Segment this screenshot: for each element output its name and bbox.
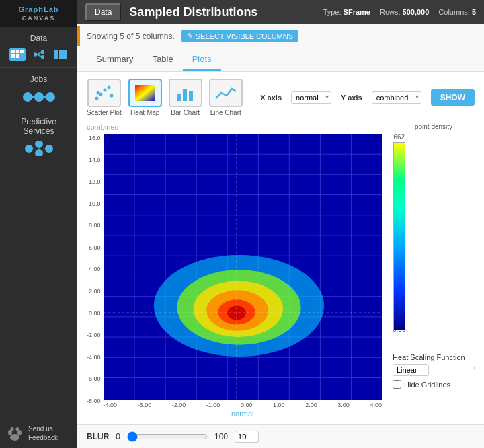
heat-scaling-select-wrap: Linear xyxy=(393,364,475,376)
blur-slider[interactable] xyxy=(127,431,208,442)
svg-rect-2 xyxy=(20,50,24,53)
jobs-label: Jobs xyxy=(0,75,77,84)
scatter-plot-btn[interactable]: Scatter Plot xyxy=(87,79,122,116)
svg-rect-0 xyxy=(11,50,15,53)
heatmap-label: Heat Map xyxy=(130,109,159,116)
svg-rect-37 xyxy=(177,94,181,101)
svg-point-35 xyxy=(110,94,113,98)
y-tick: -2.00 xyxy=(87,332,101,338)
plot-area: Scatter Plot xyxy=(77,72,484,424)
data-button[interactable]: Data xyxy=(85,3,121,21)
select-columns-button[interactable]: ✎ SELECT VISIBLE COLUMNS xyxy=(182,30,298,42)
app-header: GraphLab CANVAS xyxy=(0,0,77,27)
svg-point-5 xyxy=(33,52,36,56)
x-axis-select[interactable]: normal xyxy=(291,91,331,104)
svg-rect-11 xyxy=(59,50,63,59)
x-tick: 2.00 xyxy=(305,402,317,408)
svg-point-32 xyxy=(103,89,106,92)
data-section-label: Data xyxy=(0,34,77,43)
hide-gridlines-label: Hide Gridlines xyxy=(404,381,450,389)
colorbar-max: 662 xyxy=(393,133,405,141)
x-tick: -4.00 xyxy=(104,402,118,408)
right-panel: Heat Scaling Function Linear Hide Gridli… xyxy=(393,340,475,389)
axis-controls: X axis normal Y axis combined SHOW xyxy=(260,89,475,106)
heat-map-btn[interactable]: Heat Map xyxy=(128,79,162,116)
svg-point-34 xyxy=(107,86,110,89)
x-tick: 3.00 xyxy=(337,402,350,408)
combined-label: combined xyxy=(87,123,382,131)
svg-point-13 xyxy=(23,92,32,102)
svg-line-9 xyxy=(37,54,40,57)
scatter-label: Scatter Plot xyxy=(87,109,122,116)
hide-gridlines-option[interactable]: Hide Gridlines xyxy=(393,380,475,389)
y-tick: 14.0 xyxy=(87,157,101,163)
heatmap-canvas xyxy=(104,134,382,400)
x-axis: -4.00 -3.00 -2.00 -1.00 0.00 1.00 2.00 3… xyxy=(104,400,382,408)
point-density-label: point density xyxy=(393,123,475,130)
subheader: Showing 5 of 5 columns. ✎ SELECT VISIBLE… xyxy=(77,24,484,48)
predictive-icon[interactable] xyxy=(0,141,77,156)
blur-max: 100 xyxy=(214,432,228,441)
y-tick: -4.00 xyxy=(87,354,101,361)
bottom-controls: BLUR 0 100 xyxy=(77,424,484,448)
y-tick: -6.00 xyxy=(87,376,101,382)
svg-point-21 xyxy=(35,149,43,156)
showing-text: Showing 5 of 5 columns. xyxy=(87,32,175,41)
grid-icon[interactable] xyxy=(9,48,26,61)
bar-chart-btn[interactable]: Bar Chart xyxy=(169,79,202,116)
jobs-section: Jobs xyxy=(0,68,77,110)
heatmap-container: 16.0 14.0 12.0 10.0 8.00 6.00 4.00 2.00 … xyxy=(87,134,382,418)
brand-canvas: CANVAS xyxy=(22,15,55,22)
blur-value: 0 xyxy=(116,432,120,441)
colorbar xyxy=(393,142,405,330)
svg-point-28 xyxy=(11,427,14,431)
svg-rect-12 xyxy=(63,50,67,59)
cols-meta: Columns: 5 xyxy=(438,8,476,16)
tabs: Summary Table Plots xyxy=(77,48,484,72)
y-tick: -8.00 xyxy=(87,398,101,404)
heatmap-icon xyxy=(128,79,162,107)
bar-icon xyxy=(169,79,202,107)
svg-point-19 xyxy=(35,141,43,148)
x-axis-select-wrap: normal xyxy=(291,91,331,104)
y-tick: 10.0 xyxy=(87,201,101,207)
tab-table[interactable]: Table xyxy=(143,48,183,71)
feedback-label[interactable]: Send us Feedback xyxy=(28,424,58,442)
blur-input[interactable] xyxy=(235,431,259,443)
predictive-section: Predictive Services xyxy=(0,110,77,161)
columns-icon[interactable] xyxy=(52,48,69,61)
svg-point-14 xyxy=(34,92,44,102)
svg-point-7 xyxy=(40,55,44,59)
line-chart-btn[interactable]: Line Chart xyxy=(209,79,243,116)
line-label: Line Chart xyxy=(210,109,241,116)
x-tick: 0.00 xyxy=(241,402,253,408)
svg-rect-4 xyxy=(16,54,19,58)
x-tick: 1.00 xyxy=(273,402,285,408)
network-icon[interactable] xyxy=(31,48,47,61)
heatmap-and-xaxis: -4.00 -3.00 -2.00 -1.00 0.00 1.00 2.00 3… xyxy=(104,134,382,418)
show-button[interactable]: SHOW xyxy=(431,89,475,106)
tab-plots[interactable]: Plots xyxy=(183,48,221,71)
jobs-icon[interactable] xyxy=(0,89,77,104)
svg-point-33 xyxy=(96,91,99,95)
predictive-label: Predictive Services xyxy=(0,117,77,136)
line-icon xyxy=(209,79,243,107)
bar-label: Bar Chart xyxy=(171,109,200,116)
tab-summary[interactable]: Summary xyxy=(87,48,143,71)
scatter-icon xyxy=(87,79,121,107)
heat-scaling-select[interactable]: Linear xyxy=(393,364,429,376)
x-tick: -1.00 xyxy=(206,402,220,408)
svg-point-25 xyxy=(10,434,19,441)
type-meta: Type: SFrame xyxy=(323,8,370,16)
page-title: Sampled Distributions xyxy=(129,5,257,20)
y-tick: 0.00 xyxy=(87,311,101,317)
y-axis-select[interactable]: combined xyxy=(372,91,421,104)
heatmap-section: combined 16.0 14.0 12.0 10.0 8.00 6.00 4… xyxy=(87,123,475,418)
y-tick: 2.00 xyxy=(87,289,101,295)
topbar: Data Sampled Distributions Type: SFrame … xyxy=(77,0,484,24)
topbar-meta: Type: SFrame Rows: 500,000 Columns: 5 xyxy=(323,8,476,16)
hide-gridlines-checkbox[interactable] xyxy=(393,380,401,389)
x-tick: 4.00 xyxy=(370,402,382,408)
x-tick: -3.00 xyxy=(138,402,152,408)
svg-rect-38 xyxy=(183,89,187,101)
